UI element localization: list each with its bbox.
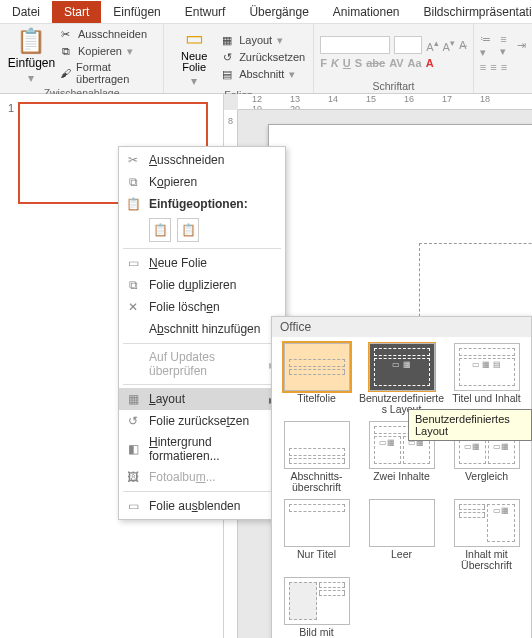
ruler-horizontal: 121314151617181920 — [238, 94, 532, 110]
paste-option-dest-theme[interactable]: 📋 — [149, 218, 171, 242]
reset-icon: ↺ — [125, 413, 141, 429]
cut-button[interactable]: ✂Ausschneiden — [57, 26, 157, 42]
layout-icon: ▦ — [125, 391, 141, 407]
font-color-button[interactable]: A — [426, 57, 434, 69]
char-spacing-button[interactable]: AV — [389, 57, 403, 69]
shrink-font-button[interactable]: A▾ — [443, 37, 455, 53]
layout-grid: Titelfolie ▭ ▦ Benutzerdefinierte s Layo… — [272, 337, 531, 638]
cm-paste-options-header: 📋Einfügeoptionen: — [119, 193, 285, 215]
brush-icon: 🖌 — [59, 66, 71, 80]
underline-button[interactable]: U — [343, 57, 351, 69]
layout-leer[interactable]: Leer — [359, 495, 444, 573]
section-dropdown[interactable]: ▤Abschnitt▾ — [218, 66, 307, 82]
cm-new-slide[interactable]: ▭Neue Folie — [119, 252, 285, 274]
tab-animationen[interactable]: Animationen — [321, 1, 412, 23]
delete-icon: ✕ — [125, 299, 141, 315]
format-painter-button[interactable]: 🖌Format übertragen — [57, 60, 157, 86]
copy-button[interactable]: ⧉Kopieren▾ — [57, 43, 157, 59]
layout-icon: ▦ — [220, 33, 234, 47]
numbered-button[interactable]: ≡ ▾ — [500, 33, 513, 58]
cm-hide-slide[interactable]: ▭Folie ausblenden — [119, 495, 285, 517]
bullets-button[interactable]: ≔ ▾ — [480, 33, 496, 59]
font-size-input[interactable] — [394, 36, 422, 54]
dropdown-icon: ▾ — [28, 71, 34, 85]
ribbon: 📋 Einfügen ▾ ✂Ausschneiden ⧉Kopieren▾ 🖌F… — [0, 24, 532, 94]
format-bg-icon: ◧ — [125, 441, 141, 457]
new-slide-label: Neue Folie — [170, 51, 218, 73]
slide-number: 1 — [4, 102, 14, 204]
copy-icon: ⧉ — [59, 44, 73, 58]
context-menu: ✂AAusschneidenusschneiden ⧉Kopieren 📋Ein… — [118, 146, 286, 520]
tab-bildschirmpraesentation[interactable]: Bildschirmpräsentation — [412, 1, 532, 23]
bold-button[interactable]: F — [320, 57, 327, 69]
align-center-button[interactable]: ≡ — [490, 61, 496, 73]
change-case-button[interactable]: Aa — [408, 57, 422, 69]
ribbon-group-clipboard: 📋 Einfügen ▾ ✂Ausschneiden ⧉Kopieren▾ 🖌F… — [0, 24, 164, 93]
layout-titel-und-inhalt[interactable]: ▭ ▦ ▤ Titel und Inhalt — [444, 339, 529, 417]
layout-benutzerdefiniert[interactable]: ▭ ▦ Benutzerdefinierte s Layout — [359, 339, 444, 417]
layout-inhalt-mit-ueberschrift[interactable]: ▭▦ Inhalt mit Überschrift — [444, 495, 529, 573]
cut-icon: ✂ — [59, 27, 73, 41]
cm-photo-album: 🖼Fotoalbum... — [119, 466, 285, 488]
cm-delete-slide[interactable]: ✕Folie löschen — [119, 296, 285, 318]
duplicate-icon: ⧉ — [125, 277, 141, 293]
hide-icon: ▭ — [125, 498, 141, 514]
cm-copy[interactable]: ⧉Kopieren — [119, 171, 285, 193]
ribbon-group-slides: ▭ Neue Folie ▾ ▦Layout▾ ↺Zurücksetzen ▤A… — [164, 24, 314, 93]
clear-format-button[interactable]: A̶ — [459, 39, 467, 52]
cm-paste-options: 📋 📋 — [119, 215, 285, 245]
align-right-button[interactable]: ≡ — [501, 61, 507, 73]
paste-label: Einfügen — [8, 56, 55, 70]
cm-duplicate-slide[interactable]: ⧉Folie duplizieren — [119, 274, 285, 296]
font-name-input[interactable] — [320, 36, 390, 54]
tab-start[interactable]: Start — [52, 1, 101, 23]
dropdown-icon: ▾ — [191, 74, 197, 88]
grow-font-button[interactable]: A▴ — [426, 37, 438, 53]
tab-entwurf[interactable]: Entwurf — [173, 1, 238, 23]
italic-button[interactable]: K — [331, 57, 339, 69]
ribbon-group-font: A▴ A▾ A̶ F K U S abc AV Aa A Schriftart — [314, 24, 474, 93]
flyout-category: Office — [272, 317, 531, 337]
paste-icon: 📋 — [16, 27, 46, 55]
layout-titelfolie[interactable]: Titelfolie — [274, 339, 359, 417]
reset-button[interactable]: ↺Zurücksetzen — [218, 49, 307, 65]
new-slide-icon: ▭ — [185, 26, 204, 50]
cm-check-updates: Auf Updates überprüfen — [119, 347, 285, 381]
indent-button[interactable]: ⇥ — [517, 39, 526, 52]
layout-abschnitts-ueberschrift[interactable]: Abschnitts-überschrift — [274, 417, 359, 495]
cm-format-background[interactable]: ◧Hintergrund formatieren... — [119, 432, 285, 466]
paste-button[interactable]: 📋 Einfügen ▾ — [6, 26, 57, 86]
group-label-font: Schriftart — [320, 79, 467, 93]
menu-bar: Datei Start Einfügen Entwurf Übergänge A… — [0, 0, 532, 24]
ribbon-group-paragraph: ≔ ▾ ≡ ▾ ⇥ ≡ ≡ ≡ — [474, 24, 532, 93]
cm-add-section[interactable]: Abschnitt hinzufügen — [119, 318, 285, 340]
cm-cut[interactable]: ✂AAusschneidenusschneiden — [119, 149, 285, 171]
paste-option-keep-source[interactable]: 📋 — [177, 218, 199, 242]
strikethrough-button[interactable]: abc — [366, 57, 385, 69]
tooltip: Benutzerdefiniertes Layout — [408, 409, 532, 441]
new-slide-icon: ▭ — [125, 255, 141, 271]
layout-nur-titel[interactable]: Nur Titel — [274, 495, 359, 573]
tab-einfuegen[interactable]: Einfügen — [101, 1, 172, 23]
align-left-button[interactable]: ≡ — [480, 61, 486, 73]
layout-dropdown[interactable]: ▦Layout▾ — [218, 32, 307, 48]
cut-icon: ✂ — [125, 152, 141, 168]
reset-icon: ↺ — [220, 50, 234, 64]
shadow-button[interactable]: S — [355, 57, 362, 69]
cm-layout[interactable]: ▦Layout — [119, 388, 285, 410]
tab-datei[interactable]: Datei — [0, 1, 52, 23]
section-icon: ▤ — [220, 67, 234, 81]
layout-bild-mit-ueberschrift[interactable]: Bild mit Überschrift — [274, 573, 359, 638]
new-slide-button[interactable]: ▭ Neue Folie ▾ — [170, 26, 218, 88]
layout-flyout: Office Titelfolie ▭ ▦ Benutzerdefinierte… — [271, 316, 532, 638]
copy-icon: ⧉ — [125, 174, 141, 190]
paste-icon: 📋 — [125, 196, 141, 212]
tab-uebergaenge[interactable]: Übergänge — [237, 1, 320, 23]
cm-reset-slide[interactable]: ↺Folie zurücksetzen — [119, 410, 285, 432]
